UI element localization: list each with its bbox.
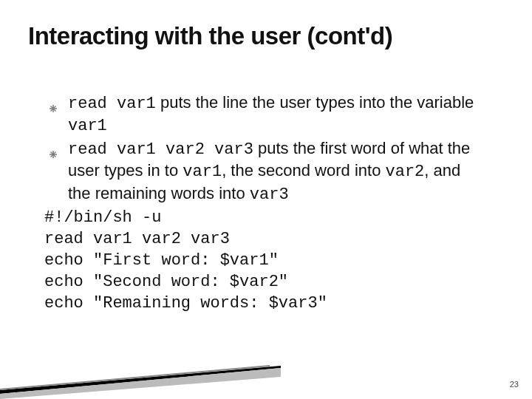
code-line: echo "Second word: $var2" (44, 273, 288, 291)
slide-title: Interacting with the user (cont'd) (28, 22, 392, 50)
bullet-code: var3 (250, 185, 289, 204)
code-line: echo "First word: $var1" (44, 251, 279, 270)
bullet-code: read var1 (68, 95, 156, 113)
code-line: read var1 var2 var3 (44, 230, 230, 248)
page-number: 23 (510, 380, 519, 389)
bullet-code: var1 (68, 117, 107, 135)
svg-marker-10 (0, 365, 270, 390)
bullet-icon (49, 143, 58, 164)
bullet-code: var2 (385, 163, 424, 181)
code-block: #!/bin/sh -u read var1 var2 var3 echo "F… (44, 207, 480, 314)
bullet-text: puts the line the user types into the va… (156, 93, 474, 112)
bullet-text: , the second word into (222, 161, 385, 180)
decorative-wedge (0, 347, 281, 399)
slide-content: read var1 puts the line the user types i… (44, 92, 480, 314)
slide: Interacting with the user (cont'd) read … (0, 0, 532, 399)
bullet-item: read var1 var2 var3 puts the first word … (44, 138, 480, 205)
bullet-code: read var1 var2 var3 (68, 140, 253, 159)
bullet-icon (49, 98, 58, 118)
bullet-item: read var1 puts the line the user types i… (44, 92, 480, 137)
bullet-code: var1 (183, 163, 222, 181)
svg-marker-9 (0, 368, 281, 399)
code-line: echo "Remaining words: $var3" (44, 294, 327, 313)
code-line: #!/bin/sh -u (44, 208, 161, 227)
svg-marker-8 (0, 366, 281, 394)
